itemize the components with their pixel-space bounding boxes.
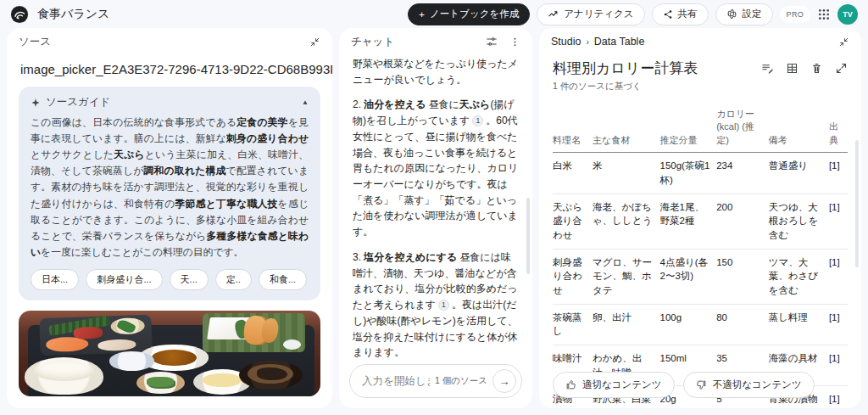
table-column-header: 推定分量 xyxy=(660,104,717,153)
text-segment: 定食の美学 xyxy=(236,116,288,128)
chat-input-bar: 入力を開始します... 1 個のソース → xyxy=(349,364,522,398)
table-cell: 150 xyxy=(716,249,769,304)
table-row: 茶碗蒸し卵、出汁100g80蒸し料理[1] xyxy=(553,304,848,345)
table-column-header: 出典 xyxy=(829,104,848,153)
topic-chip-row: 日本...刺身盛り合...天...定..和食... xyxy=(31,269,309,290)
user-avatar[interactable]: TV xyxy=(837,4,858,25)
table-column-header: 備考 xyxy=(769,104,829,153)
sources-panel-header: ソース xyxy=(7,28,332,55)
data-table-subtitle: 1 件のソースに基づく xyxy=(553,81,698,93)
table-cell: ツマ、大葉、わさびを含む xyxy=(769,249,829,304)
top-bar: 食事バランス + ノートブックを作成 アナリティクス 共有 設定 PRO xyxy=(0,0,868,28)
chevron-right-icon: › xyxy=(586,37,588,47)
text-segment: この画像は、日本の伝統的な食事形式である xyxy=(31,116,236,128)
table-row: 刺身盛り合わせマグロ、サーモン、鯛、ホタテ4点盛り(各2〜3切)150ツマ、大葉… xyxy=(553,249,848,304)
source-filename[interactable]: image_picker_E2A3E372-7296-4713-9D22-CD6… xyxy=(7,55,332,78)
table-cell: [1] xyxy=(829,193,848,249)
studio-body: 料理別カロリー計算表 1 件のソースに基づく xyxy=(539,55,861,408)
table-cell: 海老1尾、野菜2種 xyxy=(660,193,717,249)
thumbs-down-button[interactable]: 不適切なコンテンツ xyxy=(683,372,815,398)
share-button[interactable]: 共有 xyxy=(652,3,709,25)
text-segment: 刺身の盛り合わせ xyxy=(226,132,309,144)
photo-tempura-plate xyxy=(203,313,305,352)
topic-chip[interactable]: 刺身盛り合... xyxy=(86,269,162,290)
table-cell: 天つゆ、大根おろしを含む xyxy=(769,193,829,249)
table-column-header: 主な食材 xyxy=(593,104,659,153)
text-segment: 昼食に xyxy=(426,98,459,110)
chat-message-stream: 野菜や根菜などをたっぷり使ったメニューが良いでしょう。2. 油分を控える 昼食に… xyxy=(339,47,532,357)
analytics-button[interactable]: アナリティクス xyxy=(537,3,644,25)
table-cell: 200 xyxy=(716,193,769,249)
table-cell: 100g xyxy=(660,304,717,345)
trending-up-icon xyxy=(548,8,559,20)
table-cell: [1] xyxy=(829,386,848,408)
table-cell: 海老、かぼちゃ、ししとう xyxy=(593,193,659,249)
chat-message-block: 3. 塩分を控えめにする 昼食には味噌汁、漬物、天つゆ、醤油などが含まれており、… xyxy=(353,250,519,357)
sparkle-icon xyxy=(31,98,41,108)
photo-sashimi-plate xyxy=(39,315,152,356)
table-cell: 普通盛り xyxy=(769,153,829,193)
table-body: 白米米150g(茶碗1杯)234普通盛り[1]天ぷら盛り合わせ海老、かぼちゃ、し… xyxy=(553,153,848,408)
thumbs-down-icon xyxy=(696,379,707,390)
kebab-menu-icon[interactable] xyxy=(509,36,520,48)
table-cell: 米 xyxy=(593,153,659,193)
topic-chip[interactable]: 日本... xyxy=(31,269,79,290)
send-button[interactable]: → xyxy=(492,369,516,393)
table-header-row: 料理名主な食材推定分量カロリー (kcal) (推定)備考出典 xyxy=(553,104,848,153)
topic-chip[interactable]: 和食... xyxy=(259,269,307,290)
studio-panel-header: Studio › Data Table xyxy=(539,28,861,55)
settings-button[interactable]: 設定 xyxy=(715,3,773,25)
table-cell: [1] xyxy=(829,304,848,345)
table-row: 白米米150g(茶碗1杯)234普通盛り[1] xyxy=(553,153,848,193)
share-icon xyxy=(663,9,673,20)
text-segment: 季節感と丁寧な職人技 xyxy=(175,198,278,210)
thumbs-up-icon xyxy=(565,379,576,390)
create-notebook-button[interactable]: + ノートブックを作成 xyxy=(408,3,530,25)
sources-panel: ソース image_picker_E2A3E372-7296-4713-9D22… xyxy=(7,28,332,408)
table-cell: [1] xyxy=(829,249,848,304)
open-in-full-icon[interactable] xyxy=(835,62,848,75)
feedback-row: 適切なコンテンツ 不適切なコンテンツ xyxy=(553,372,815,398)
notebooklm-logo-icon xyxy=(10,5,29,24)
collapse-guide-icon[interactable]: ▲ xyxy=(302,98,309,106)
table-row: 天ぷら盛り合わせ海老、かぼちゃ、ししとう海老1尾、野菜2種200天つゆ、大根おろ… xyxy=(553,193,848,249)
photo-side-dish xyxy=(109,351,154,370)
table-cell: 天ぷら盛り合わせ xyxy=(553,193,593,249)
text-segment: 3. xyxy=(353,251,364,263)
text-segment: 。60代女性にとって、昼に揚げ物を食べた場合、夜も油っこい食事を続けると胃もたれ… xyxy=(353,115,518,238)
apps-grid-icon[interactable] xyxy=(817,8,831,21)
topic-chip[interactable]: 天... xyxy=(170,269,209,290)
delete-icon[interactable] xyxy=(810,62,823,75)
plus-icon: + xyxy=(419,9,425,20)
chat-scrollbar[interactable] xyxy=(526,198,530,274)
text-segment: とサクサクとした xyxy=(31,149,114,160)
citation-chip[interactable]: 1 xyxy=(438,300,449,311)
source-guide-text: この画像は、日本の伝統的な食事形式である定食の美学を見事に表現しています。膳の上… xyxy=(31,115,309,261)
collapse-panel-icon[interactable] xyxy=(309,36,320,48)
table-cell: 80 xyxy=(716,304,769,345)
photo-miso-soup xyxy=(239,361,303,390)
food-photo[interactable] xyxy=(19,311,320,396)
studio-panel: Studio › Data Table 料理別カロリー計算表 1 件のソースに基… xyxy=(539,28,861,408)
thumbs-up-button[interactable]: 適切なコンテンツ xyxy=(553,372,675,398)
studio-scrollbar[interactable] xyxy=(855,140,859,267)
citation-chip[interactable]: 1 xyxy=(472,115,483,126)
table-grid-icon[interactable] xyxy=(786,62,798,75)
chat-panel: チャット 野菜や根菜などをたっぷり使ったメニューが良いでしょう。2. 油分を控え… xyxy=(339,28,532,408)
table-cell: 234 xyxy=(716,153,769,193)
topic-chip[interactable]: 定.. xyxy=(215,269,252,290)
tune-icon[interactable] xyxy=(486,36,498,48)
table-cell: 卵、出汁 xyxy=(593,304,659,345)
chat-input[interactable]: 入力を開始します... xyxy=(362,374,430,389)
collapse-panel-icon[interactable] xyxy=(838,36,849,48)
text-segment: 天ぷら xyxy=(459,98,491,110)
chat-source-count: 1 個のソース xyxy=(435,375,487,387)
text-segment: を一度に楽しむことがこの料理の目的です。 xyxy=(41,246,243,258)
breadcrumb-studio[interactable]: Studio xyxy=(551,36,581,48)
table-cell: [1] xyxy=(829,153,848,193)
text-segment: 2. xyxy=(353,98,364,110)
gear-icon xyxy=(726,8,737,20)
edit-note-icon[interactable] xyxy=(761,62,774,75)
breadcrumb: Studio › Data Table xyxy=(551,36,644,48)
table-cell: [1] xyxy=(829,345,848,385)
